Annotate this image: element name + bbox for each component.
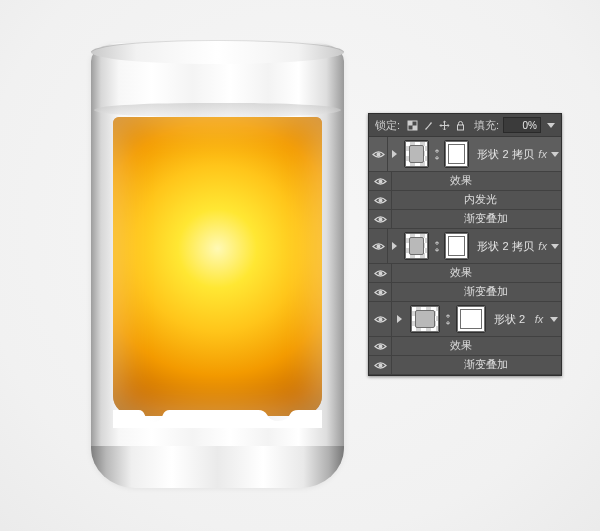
canvas-artwork [91, 43, 344, 486]
group-twirl[interactable] [388, 150, 400, 158]
layer-rows: 形状 2 拷贝 3 fx 效果 内发光 渐变叠加 形状 2 拷贝 2 [369, 137, 561, 375]
svg-point-13 [379, 364, 382, 367]
mask-link-icon[interactable] [433, 241, 440, 252]
fx-item-label: 渐变叠加 [464, 212, 561, 226]
brush-lock-icon[interactable] [422, 119, 435, 132]
panel-lock-row: 锁定: 填充: 0% [369, 114, 561, 137]
fx-item-label: 渐变叠加 [464, 285, 561, 299]
visibility-toggle[interactable] [369, 137, 388, 171]
svg-point-12 [379, 345, 382, 348]
svg-point-5 [379, 180, 382, 183]
svg-point-8 [377, 245, 380, 248]
lock-label: 锁定: [375, 118, 400, 133]
fx-badge[interactable]: fx [536, 148, 549, 160]
svg-point-9 [379, 272, 382, 275]
visibility-toggle[interactable] [369, 264, 392, 282]
fx-item-row[interactable]: 内发光 [369, 191, 561, 210]
visibility-toggle[interactable] [369, 172, 392, 190]
glow-window [113, 117, 322, 416]
visibility-toggle[interactable] [369, 356, 392, 374]
visibility-toggle[interactable] [369, 337, 392, 355]
mask-thumbnail[interactable] [444, 232, 469, 260]
fx-item-row[interactable]: 渐变叠加 [369, 283, 561, 302]
fx-header-label: 效果 [450, 266, 561, 280]
svg-point-11 [379, 318, 382, 321]
visibility-toggle[interactable] [369, 191, 392, 209]
layer-row[interactable]: 形状 2 拷贝 3 fx [369, 137, 561, 172]
layers-panel[interactable]: 锁定: 填充: 0% 形状 2 拷贝 3 fx 效果 [368, 113, 562, 376]
layer-row[interactable]: 形状 2 拷贝 2 fx [369, 229, 561, 264]
svg-point-7 [379, 218, 382, 221]
visibility-toggle[interactable] [369, 210, 392, 228]
fill-value-field[interactable]: 0% [503, 117, 541, 133]
fx-chevron-icon[interactable] [547, 317, 561, 322]
fill-label: 填充: [474, 118, 499, 133]
svg-point-4 [377, 153, 380, 156]
layer-thumbnail[interactable] [404, 232, 429, 260]
fx-item-row[interactable]: 渐变叠加 [369, 356, 561, 375]
visibility-toggle[interactable] [369, 229, 388, 263]
mask-thumbnail[interactable] [444, 140, 469, 168]
layer-name[interactable]: 形状 2 [490, 312, 531, 327]
svg-point-10 [379, 291, 382, 294]
cylinder-inner-lip [94, 103, 341, 117]
inner-glow-overlay [113, 117, 322, 416]
bottom-drip [113, 406, 322, 428]
transparency-lock-icon[interactable] [406, 119, 419, 132]
fx-item-label: 渐变叠加 [464, 358, 561, 372]
lock-all-icon[interactable] [454, 119, 467, 132]
fx-badge[interactable]: fx [536, 240, 549, 252]
layer-thumbnail[interactable] [410, 305, 440, 333]
layer-thumbnail[interactable] [404, 140, 429, 168]
visibility-toggle[interactable] [369, 302, 392, 336]
fx-header-row[interactable]: 效果 [369, 264, 561, 283]
layer-name[interactable]: 形状 2 拷贝 3 [473, 147, 536, 162]
layer-name[interactable]: 形状 2 拷贝 2 [473, 239, 536, 254]
mask-link-icon[interactable] [433, 149, 440, 160]
fx-badge[interactable]: fx [531, 313, 547, 325]
move-lock-icon[interactable] [438, 119, 451, 132]
svg-rect-2 [413, 125, 418, 130]
fx-chevron-icon[interactable] [549, 244, 561, 249]
cylinder-lid [91, 40, 344, 64]
fill-value-text: 0% [523, 120, 537, 131]
fx-item-label: 内发光 [464, 193, 561, 207]
fx-header-label: 效果 [450, 174, 561, 188]
mask-link-icon[interactable] [444, 314, 452, 325]
layer-row[interactable]: 形状 2 fx [369, 302, 561, 337]
fx-header-row[interactable]: 效果 [369, 337, 561, 356]
fx-item-row[interactable]: 渐变叠加 [369, 210, 561, 229]
svg-rect-3 [458, 125, 464, 130]
group-twirl[interactable] [392, 315, 406, 323]
fx-header-row[interactable]: 效果 [369, 172, 561, 191]
lock-icon-group [404, 119, 469, 132]
fx-chevron-icon[interactable] [549, 152, 561, 157]
svg-point-6 [379, 199, 382, 202]
visibility-toggle[interactable] [369, 283, 392, 301]
fx-header-label: 效果 [450, 339, 561, 353]
fill-dropdown-caret[interactable] [547, 123, 555, 128]
svg-rect-1 [408, 121, 413, 126]
mask-thumbnail[interactable] [456, 305, 486, 333]
group-twirl[interactable] [388, 242, 400, 250]
